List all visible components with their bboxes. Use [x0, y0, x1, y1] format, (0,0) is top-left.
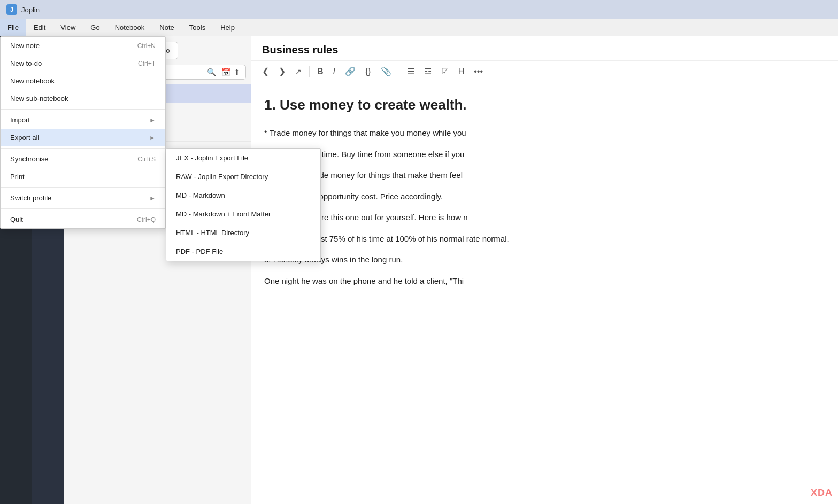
menu-export-all[interactable]: Export all ►: [1, 129, 165, 146]
separator-1: [1, 109, 165, 110]
sort-icon[interactable]: ⬆: [234, 68, 240, 76]
calendar-icon[interactable]: 📅: [221, 68, 230, 76]
menu-note[interactable]: Note: [152, 19, 181, 36]
menu-new-note[interactable]: New note Ctrl+N: [1, 37, 165, 55]
menu-view[interactable]: View: [53, 19, 83, 36]
export-md-front-matter[interactable]: MD - Markdown + Front Matter: [166, 205, 320, 223]
content-body: 1. Use money to create wealth. * Trade m…: [251, 82, 838, 504]
menu-notebook[interactable]: Notebook: [107, 19, 152, 36]
content-p6: He priced the first 75% of his time at 1…: [264, 232, 825, 246]
content-p2: * Arbitrage your time. Buy time from som…: [264, 148, 825, 161]
menu-new-sub-notebook[interactable]: New sub-notebook: [1, 90, 165, 107]
link-button[interactable]: 🔗: [342, 64, 359, 79]
code-button[interactable]: {}: [362, 65, 374, 79]
separator-4: [1, 208, 165, 209]
menu-import[interactable]: Import ►: [1, 111, 165, 129]
menu-switch-profile[interactable]: Switch profile ►: [1, 189, 165, 207]
menu-bar: File Edit View Go Notebook Note Tools He…: [0, 19, 838, 36]
menu-file[interactable]: File: [0, 19, 26, 36]
app-icon: J: [6, 4, 17, 15]
search-icon: 🔍: [207, 68, 216, 76]
content-area: Business rules ❮ ❯ ↗︎ B I 🔗 {} 📎 ☰ ☲ ☑ H…: [251, 36, 838, 504]
menu-quit[interactable]: Quit Ctrl+Q: [1, 211, 165, 228]
content-p1: * Trade money for things that make you m…: [264, 126, 825, 140]
menu-tools[interactable]: Tools: [182, 19, 213, 36]
menu-help[interactable]: Help: [213, 19, 242, 36]
forward-button[interactable]: ❯: [275, 64, 289, 79]
content-title: Business rules: [251, 36, 838, 61]
export-jex[interactable]: JEX - Joplin Export File: [166, 149, 320, 167]
content-p7: 3. Honesty always wins in the long run.: [264, 253, 825, 267]
title-bar: J Joplin: [0, 0, 838, 19]
menu-print[interactable]: Print: [1, 168, 165, 185]
export-raw[interactable]: RAW - Joplin Export Directory: [166, 167, 320, 186]
more-button[interactable]: •••: [471, 65, 486, 79]
separator-3: [1, 187, 165, 188]
numbered-list-button[interactable]: ☲: [421, 64, 435, 79]
file-dropdown: New note Ctrl+N New to-do Ctrl+T New not…: [0, 36, 166, 229]
export-pdf[interactable]: PDF - PDF File: [166, 242, 320, 261]
external-edit-button[interactable]: ↗︎: [292, 65, 305, 78]
bullet-list-button[interactable]: ☰: [404, 64, 418, 79]
export-html[interactable]: HTML - HTML Directory: [166, 223, 320, 242]
italic-button[interactable]: I: [330, 65, 339, 79]
export-md[interactable]: MD - Markdown: [166, 186, 320, 205]
content-toolbar: ❮ ❯ ↗︎ B I 🔗 {} 📎 ☰ ☲ ☑ H •••: [251, 61, 838, 82]
content-p3: Most people trade money for things that …: [264, 168, 825, 182]
menu-synchronise[interactable]: Synchronise Ctrl+S: [1, 150, 165, 168]
menu-new-todo[interactable]: New to-do Ctrl+T: [1, 55, 165, 72]
checklist-button[interactable]: ☑: [438, 64, 452, 79]
app-title: Joplin: [21, 6, 40, 14]
separator: [309, 66, 310, 77]
content-p5: You have to figure this one out for your…: [264, 211, 825, 224]
menu-edit[interactable]: Edit: [26, 19, 53, 36]
heading-button[interactable]: H: [455, 65, 468, 79]
bold-button[interactable]: B: [314, 65, 327, 79]
separator-2: [1, 148, 165, 149]
content-heading: 1. Use money to create wealth.: [264, 93, 825, 117]
export-submenu: JEX - Joplin Export File RAW - Joplin Ex…: [166, 148, 321, 261]
content-p4: 2. Time has an opportunity cost. Price a…: [264, 190, 825, 204]
separator2: [399, 66, 399, 77]
menu-go[interactable]: Go: [83, 19, 107, 36]
menu-new-notebook[interactable]: New notebook: [1, 72, 165, 90]
content-p8: One night he was on the phone and he tol…: [264, 274, 825, 288]
back-button[interactable]: ❮: [259, 64, 272, 79]
attach-button[interactable]: 📎: [378, 64, 395, 79]
